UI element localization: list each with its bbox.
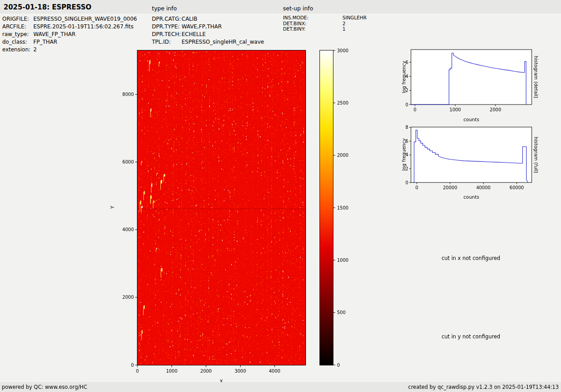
info-row: do_class:FP_THAR <box>2 38 137 46</box>
footer-left-text: powered by QC: www.eso.org/HC <box>2 382 87 392</box>
info-label: do_class: <box>2 38 33 46</box>
colorbar <box>320 50 333 365</box>
tick-label: 4 <box>406 74 408 79</box>
page-title: 2025-01-18: ESPRESSO <box>4 3 91 11</box>
info-value: WAVE,FP,THAR <box>182 23 222 30</box>
type-info-heading: type info <box>152 5 177 12</box>
tick-label: 2500 <box>337 100 348 105</box>
setup-info-block: INS.MODE:SINGLEHR DET.BINX:2 DET.BINY:1 <box>283 15 366 32</box>
info-label: ARCFILE: <box>2 23 33 31</box>
info-value: ESPRESSO_SINGLEHR_WAVE019_0006 <box>33 16 137 22</box>
tick-label: 2000 <box>337 153 348 158</box>
tick-label: 4 <box>406 152 408 157</box>
info-value: ECHELLE <box>182 31 206 37</box>
info-row: DPR.TECH:ECHELLE <box>152 31 264 38</box>
info-row: DPR.TYPE:WAVE,FP,THAR <box>152 23 264 31</box>
info-label: ORIGFILE: <box>2 15 33 23</box>
info-value: ESPRESSO_singleHR_cal_wave <box>182 39 264 45</box>
main-y-axis-label: Y <box>109 206 115 209</box>
info-row: TPL.ID:ESPRESSO_singleHR_cal_wave <box>152 38 264 46</box>
histogram-plot: 0100020000246 <box>390 46 538 118</box>
info-value: 1 <box>342 26 346 32</box>
info-label: DET.BINX: <box>283 21 342 27</box>
tick-label: 20000 <box>443 185 457 190</box>
qc-report-page: 2025-01-18: ESPRESSO type info set-up in… <box>0 0 561 392</box>
footer-right-text: created by qc_rawdisp.py v1.2.3 on 2025-… <box>408 382 559 392</box>
header-bar: 2025-01-18: ESPRESSO type info set-up in… <box>0 0 561 14</box>
info-value: FP_THAR <box>33 39 57 45</box>
info-row: DPR.CATG:CALIB <box>152 15 264 23</box>
tick-label: 0 <box>415 185 418 190</box>
info-label: DET.BINY: <box>283 26 342 32</box>
tick-label: 8 <box>406 125 408 130</box>
tick-label: 8000 <box>123 92 134 97</box>
info-row: ORIGFILE:ESPRESSO_SINGLEHR_WAVE019_0006 <box>2 15 137 23</box>
tick-label: 2 <box>406 166 408 171</box>
info-label: TPL.ID: <box>152 38 182 46</box>
footer-bar: powered by QC: www.eso.org/HC created by… <box>0 382 561 392</box>
info-label: DPR.TYPE: <box>152 23 182 31</box>
tick-label: 1500 <box>337 205 348 210</box>
tick-label: 6 <box>406 139 408 144</box>
info-row: INS.MODE:SINGLEHR <box>283 15 366 21</box>
info-value: CALIB <box>182 16 197 22</box>
tick-label: 0 <box>406 102 408 107</box>
info-label: INS.MODE: <box>283 15 342 21</box>
tick-label: 3000 <box>235 369 246 374</box>
info-row: DET.BINX:2 <box>283 21 366 27</box>
info-value: 2 <box>342 21 346 26</box>
tick-label: 6000 <box>123 160 134 164</box>
cut-x-message: cut in x not configured <box>442 255 500 261</box>
info-value: SINGLEHR <box>342 15 366 20</box>
tick-label: 2 <box>406 88 408 93</box>
info-row: extension:2 <box>2 46 137 54</box>
info-value: WAVE_FP_THAR <box>33 31 75 37</box>
tick-label: 0 <box>406 180 408 185</box>
tick-label: 1000 <box>450 107 461 112</box>
tick-label: 6 <box>406 60 408 65</box>
tick-label: 0 <box>136 369 139 374</box>
info-row: ARCFILE:ESPRE.2025-01-19T11:56:02.267.fi… <box>2 23 137 31</box>
tick-label: 1000 <box>337 258 348 263</box>
tick-label: 500 <box>337 310 346 315</box>
file-info-block: ORIGFILE:ESPRESSO_SINGLEHR_WAVE019_0006 … <box>2 15 137 54</box>
info-value: ESPRE.2025-01-19T11:56:02.267.fits <box>33 23 133 30</box>
info-label: raw_type: <box>2 31 33 38</box>
tick-label: 2000 <box>123 295 134 300</box>
tick-label: 2000 <box>490 107 501 112</box>
tick-label: 4000 <box>269 369 280 374</box>
tick-label: 0 <box>414 107 416 112</box>
info-label: DPR.TECH: <box>152 31 182 38</box>
type-info-block: DPR.CATG:CALIB DPR.TYPE:WAVE,FP,THAR DPR… <box>152 15 264 46</box>
info-row: raw_type:WAVE_FP_THAR <box>2 31 137 38</box>
tick-label: 2000 <box>201 369 212 374</box>
plot-frame <box>411 127 532 182</box>
histogram-plot: 020000400006000002468 <box>390 123 538 196</box>
tick-label: 0 <box>131 363 134 368</box>
tick-label: 3000 <box>337 48 348 53</box>
tick-label: 4000 <box>123 227 134 232</box>
info-row: DET.BINY:1 <box>283 26 366 32</box>
tick-label: 0 <box>337 363 340 368</box>
tick-label: 1000 <box>166 369 177 374</box>
info-label: DPR.CATG: <box>152 15 182 23</box>
info-label: extension: <box>2 46 33 54</box>
tick-label: 40000 <box>476 185 491 190</box>
raw-frame-image <box>137 50 306 365</box>
plot-frame <box>411 50 532 105</box>
info-value: 2 <box>33 46 37 53</box>
setup-info-heading: set-up info <box>283 5 313 12</box>
tick-label: 60000 <box>510 185 524 190</box>
cut-y-message: cut in y not configured <box>442 333 500 340</box>
